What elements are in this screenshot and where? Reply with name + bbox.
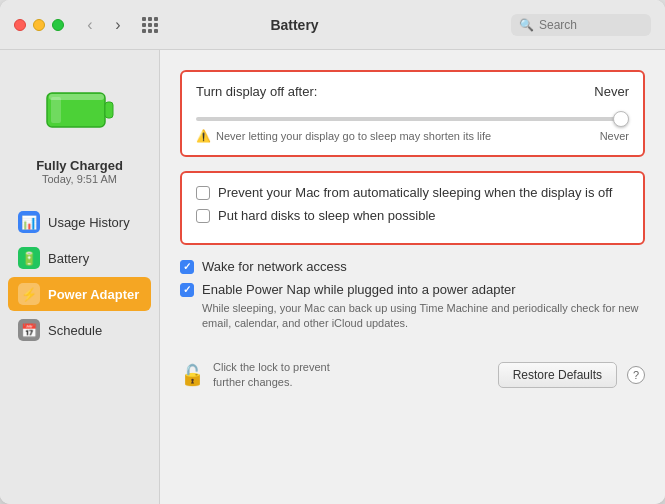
schedule-label: Schedule bbox=[48, 323, 102, 338]
warning-text: Never letting your display go to sleep m… bbox=[216, 130, 491, 142]
close-button[interactable] bbox=[14, 19, 26, 31]
lock-section: 🔓 Click the lock to prevent further chan… bbox=[180, 360, 330, 391]
power-nap-checkbox[interactable] bbox=[180, 283, 194, 297]
system-preferences-window: ‹ › Battery 🔍 bbox=[0, 0, 665, 504]
lock-text-line1: Click the lock to prevent bbox=[213, 360, 330, 375]
search-icon: 🔍 bbox=[519, 18, 534, 32]
prevent-sleep-checkbox[interactable] bbox=[196, 186, 210, 200]
sidebar-item-usage-history[interactable]: 📊 Usage History bbox=[8, 205, 151, 239]
svg-rect-2 bbox=[51, 97, 61, 123]
search-bar[interactable]: 🔍 bbox=[511, 14, 651, 36]
display-off-section: Turn display off after: Never ⚠️ Never l… bbox=[180, 70, 645, 157]
power-nap-description: While sleeping, your Mac can back up usi… bbox=[202, 301, 645, 332]
lock-icon[interactable]: 🔓 bbox=[180, 363, 205, 387]
lock-text: Click the lock to prevent further change… bbox=[213, 360, 330, 391]
display-off-value: Never bbox=[594, 84, 629, 99]
content-area: Fully Charged Today, 9:51 AM 📊 Usage His… bbox=[0, 50, 665, 504]
display-off-label: Turn display off after: bbox=[196, 84, 317, 99]
battery-nav-label: Battery bbox=[48, 251, 89, 266]
sleep-options-section: Prevent your Mac from automatically slee… bbox=[180, 171, 645, 245]
wake-network-checkbox[interactable] bbox=[180, 260, 194, 274]
wake-network-label: Wake for network access bbox=[202, 259, 347, 274]
battery-time: Today, 9:51 AM bbox=[42, 173, 117, 185]
traffic-lights bbox=[14, 19, 64, 31]
battery-status-label: Fully Charged bbox=[36, 158, 123, 173]
hard-disks-label: Put hard disks to sleep when possible bbox=[218, 208, 436, 223]
help-button[interactable]: ? bbox=[627, 366, 645, 384]
prevent-sleep-label: Prevent your Mac from automatically slee… bbox=[218, 185, 612, 200]
sidebar-item-schedule[interactable]: 📅 Schedule bbox=[8, 313, 151, 347]
display-off-slider[interactable] bbox=[196, 117, 629, 121]
titlebar: ‹ › Battery 🔍 bbox=[0, 0, 665, 50]
warning-icon: ⚠️ bbox=[196, 129, 211, 143]
svg-rect-3 bbox=[49, 94, 104, 100]
power-adapter-label: Power Adapter bbox=[48, 287, 139, 302]
prevent-sleep-row: Prevent your Mac from automatically slee… bbox=[196, 185, 629, 200]
battery-icon-container bbox=[40, 70, 120, 150]
sidebar-item-power-adapter[interactable]: ⚡ Power Adapter bbox=[8, 277, 151, 311]
power-adapter-icon: ⚡ bbox=[18, 283, 40, 305]
sidebar-item-battery[interactable]: 🔋 Battery bbox=[8, 241, 151, 275]
restore-defaults-button[interactable]: Restore Defaults bbox=[498, 362, 617, 388]
hard-disks-checkbox[interactable] bbox=[196, 209, 210, 223]
warning-row: ⚠️ Never letting your display go to slee… bbox=[196, 129, 629, 143]
never-right-label: Never bbox=[600, 130, 629, 142]
battery-nav-icon: 🔋 bbox=[18, 247, 40, 269]
maximize-button[interactable] bbox=[52, 19, 64, 31]
svg-rect-1 bbox=[105, 102, 113, 118]
power-nap-row: Enable Power Nap while plugged into a po… bbox=[180, 282, 645, 297]
sidebar: Fully Charged Today, 9:51 AM 📊 Usage His… bbox=[0, 50, 160, 504]
main-panel: Turn display off after: Never ⚠️ Never l… bbox=[160, 50, 665, 504]
bottom-bar: 🔓 Click the lock to prevent further chan… bbox=[180, 340, 645, 391]
usage-history-icon: 📊 bbox=[18, 211, 40, 233]
search-input[interactable] bbox=[539, 18, 639, 32]
battery-icon bbox=[45, 85, 115, 135]
wake-network-row: Wake for network access bbox=[180, 259, 645, 274]
hard-disks-row: Put hard disks to sleep when possible bbox=[196, 208, 629, 223]
lock-text-line2: further changes. bbox=[213, 375, 330, 390]
minimize-button[interactable] bbox=[33, 19, 45, 31]
usage-history-label: Usage History bbox=[48, 215, 130, 230]
display-off-row: Turn display off after: Never bbox=[196, 84, 629, 99]
window-title: Battery bbox=[78, 17, 511, 33]
schedule-icon: 📅 bbox=[18, 319, 40, 341]
power-nap-label: Enable Power Nap while plugged into a po… bbox=[202, 282, 516, 297]
sidebar-nav: 📊 Usage History 🔋 Battery ⚡ Power Adapte… bbox=[0, 205, 159, 349]
